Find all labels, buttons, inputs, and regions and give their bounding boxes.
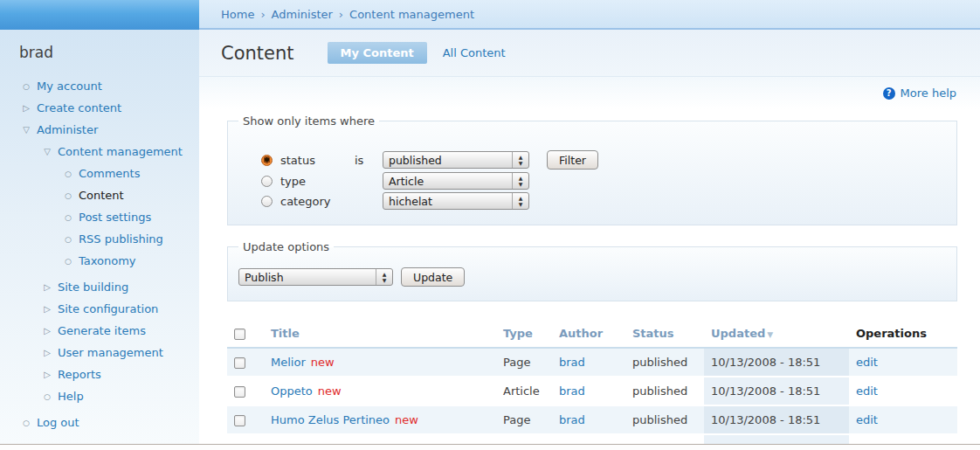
sidebar-link-rss-publishing[interactable]: RSS publishing <box>79 232 163 246</box>
node-title-link[interactable]: Volutpat <box>271 442 318 444</box>
sidebar-link-content-management[interactable]: Content management <box>58 145 183 158</box>
category-filter-select[interactable]: hichelat ▲▼ <box>383 192 529 210</box>
update-action-select[interactable]: Publish ▲▼ <box>238 268 393 286</box>
leaf-bullet-icon: ○ <box>61 235 75 244</box>
table-header-row: Title Type Author Status Updated▼ Operat… <box>227 320 957 348</box>
sidebar-link-my-account[interactable]: My account <box>37 80 102 93</box>
select-arrows-icon: ▲▼ <box>512 152 528 168</box>
breadcrumb-link-content-management[interactable]: Content management <box>349 8 474 21</box>
select-arrows-icon: ▲▼ <box>512 193 528 209</box>
column-header-updated[interactable]: Updated▼ <box>704 320 849 348</box>
more-help-link[interactable]: ? More help <box>883 87 956 100</box>
table-row: Oppetonew Article brad published 10/13/2… <box>227 377 957 405</box>
sidebar-link-taxonomy[interactable]: Taxonomy <box>79 254 136 267</box>
sidebar-link-user-management[interactable]: User management <box>58 346 163 359</box>
status-radio[interactable] <box>261 155 273 166</box>
sidebar-item-create-content[interactable]: ▷ Create content <box>19 97 199 119</box>
collapsed-arrow-icon: ▷ <box>40 370 54 379</box>
type-filter-select[interactable]: Article ▲▼ <box>383 172 529 190</box>
breadcrumb-link-home[interactable]: Home <box>221 8 254 21</box>
author-link[interactable]: brad <box>559 442 585 444</box>
update-button[interactable]: Update <box>401 267 465 287</box>
status-radio-label[interactable]: status <box>280 154 355 167</box>
row-checkbox[interactable] <box>234 357 245 369</box>
column-header-title[interactable]: Title <box>264 320 496 348</box>
sidebar-item-rss-publishing[interactable]: ○ RSS publishing <box>19 228 199 250</box>
edit-link[interactable]: edit <box>856 356 878 369</box>
sidebar-item-site-configuration[interactable]: ▷ Site configuration <box>19 298 199 320</box>
breadcrumb-link-administer[interactable]: Administer <box>272 8 333 21</box>
sidebar: brad ○ My account ▷ Create content ▽ Adm… <box>0 30 199 444</box>
node-updated: 10/13/2008 - 18:51 <box>704 405 849 434</box>
sidebar-link-comments[interactable]: Comments <box>79 167 140 180</box>
sidebar-link-create-content[interactable]: Create content <box>37 101 121 114</box>
node-type: Page <box>496 348 552 377</box>
column-header-status[interactable]: Status <box>625 320 704 348</box>
status-filter-select[interactable]: published ▲▼ <box>383 151 529 169</box>
author-link[interactable]: brad <box>559 413 585 426</box>
sidebar-item-help[interactable]: ○ Help <box>19 385 199 407</box>
tab-all-content[interactable]: All Content <box>443 46 506 59</box>
category-filter-select-value: hichelat <box>383 195 512 208</box>
update-options-legend: Update options <box>238 240 334 253</box>
category-radio[interactable] <box>261 196 273 207</box>
more-help-label: More help <box>901 87 956 100</box>
filter-button[interactable]: Filter <box>547 150 598 170</box>
sort-descending-icon: ▼ <box>767 330 773 339</box>
filter-fieldset: Show only items where status is publishe… <box>227 114 957 225</box>
help-row: ? More help <box>199 77 980 109</box>
page-title: Content <box>221 43 294 64</box>
table-row: Volutpatnew Page brad published 10/13/20… <box>227 434 957 444</box>
sidebar-link-generate-items[interactable]: Generate items <box>58 324 146 337</box>
select-all-checkbox[interactable] <box>234 329 245 340</box>
sidebar-link-site-configuration[interactable]: Site configuration <box>58 302 158 315</box>
username-heading: brad <box>19 44 199 61</box>
sidebar-item-content-management[interactable]: ▽ Content management <box>19 141 199 163</box>
sidebar-item-administer[interactable]: ▽ Administer <box>19 119 199 141</box>
filter-legend: Show only items where <box>238 114 379 128</box>
author-link[interactable]: brad <box>559 356 585 369</box>
sidebar-link-log-out[interactable]: Log out <box>37 416 79 429</box>
type-radio-label[interactable]: type <box>280 175 355 188</box>
type-radio[interactable] <box>261 176 273 187</box>
sidebar-link-help[interactable]: Help <box>58 390 84 403</box>
leaf-bullet-icon: ○ <box>61 191 75 200</box>
sidebar-link-site-building[interactable]: Site building <box>58 280 128 294</box>
table-row: Humo Zelus Pertineonew Page brad publish… <box>227 405 957 434</box>
breadcrumb-separator: › <box>339 8 343 21</box>
sidebar-item-reports[interactable]: ▷ Reports <box>19 363 199 385</box>
sidebar-item-log-out[interactable]: ○ Log out <box>19 412 199 433</box>
sidebar-item-my-account[interactable]: ○ My account <box>19 75 199 97</box>
breadcrumb: Home › Administer › Content management <box>199 0 980 30</box>
author-link[interactable]: brad <box>559 384 585 398</box>
sidebar-item-content[interactable]: ○ Content <box>19 184 199 206</box>
node-title-link[interactable]: Oppeto <box>271 384 313 398</box>
sidebar-item-user-management[interactable]: ▷ User management <box>19 342 199 363</box>
sidebar-link-reports[interactable]: Reports <box>58 368 101 381</box>
question-mark-icon: ? <box>883 87 895 100</box>
page-header: Content My Content All Content <box>199 30 980 77</box>
edit-link[interactable]: edit <box>856 384 878 398</box>
tab-my-content[interactable]: My Content <box>328 42 427 64</box>
sidebar-item-comments[interactable]: ○ Comments <box>19 163 199 184</box>
node-title-link[interactable]: Melior <box>271 356 306 369</box>
updated-header-label: Updated <box>711 327 765 340</box>
edit-link[interactable]: edit <box>856 442 878 444</box>
sidebar-item-post-settings[interactable]: ○ Post settings <box>19 206 199 228</box>
brand-bar <box>0 0 199 30</box>
sidebar-item-site-building[interactable]: ▷ Site building <box>19 276 199 298</box>
column-header-type[interactable]: Type <box>496 320 552 348</box>
node-status: published <box>625 348 704 377</box>
sidebar-item-taxonomy[interactable]: ○ Taxonomy <box>19 250 199 272</box>
row-checkbox[interactable] <box>234 386 245 398</box>
edit-link[interactable]: edit <box>856 413 878 426</box>
row-checkbox[interactable] <box>234 415 245 426</box>
sidebar-item-generate-items[interactable]: ▷ Generate items <box>19 320 199 342</box>
sidebar-link-post-settings[interactable]: Post settings <box>79 211 151 224</box>
sidebar-link-content[interactable]: Content <box>79 189 124 202</box>
node-updated: 10/13/2008 - 18:51 <box>704 377 849 405</box>
column-header-author[interactable]: Author <box>552 320 625 348</box>
sidebar-link-administer[interactable]: Administer <box>37 123 98 136</box>
category-radio-label[interactable]: category <box>280 195 355 208</box>
node-title-link[interactable]: Humo Zelus Pertineo <box>271 413 390 426</box>
